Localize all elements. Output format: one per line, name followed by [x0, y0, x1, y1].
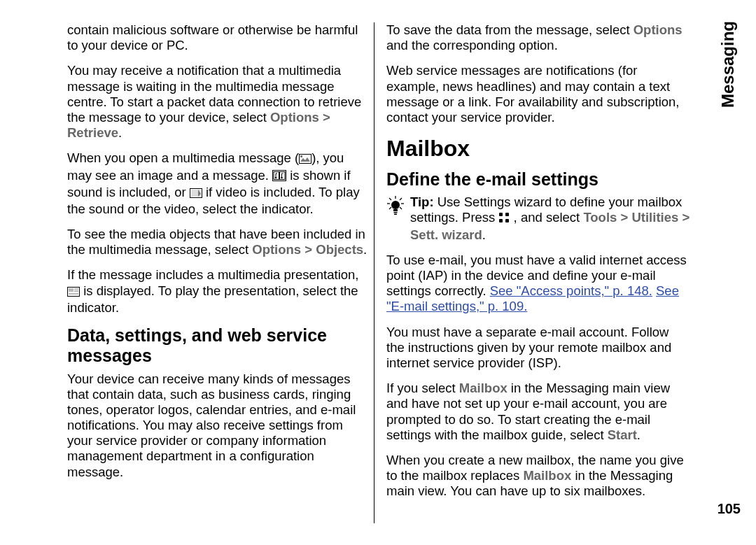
option-label: Mailbox	[459, 381, 507, 395]
video-icon	[190, 186, 202, 201]
text: To save the data from the message, selec…	[386, 22, 634, 37]
option-label: Tools	[583, 210, 617, 225]
para: If the message includes a multimedia pre…	[67, 267, 371, 316]
option-label: Options	[634, 22, 682, 37]
para: contain malicious software or otherwise …	[67, 22, 371, 53]
lightbulb-icon	[386, 196, 405, 217]
separator: >	[678, 210, 690, 225]
svg-rect-22	[393, 209, 398, 211]
svg-point-5	[275, 176, 277, 178]
para: You must have a separate e-mail account.…	[386, 325, 690, 371]
text: is displayed. To play the presentation, …	[67, 283, 358, 315]
option-label: Objects	[316, 242, 363, 257]
para: To save the data from the message, selec…	[386, 22, 690, 53]
cross-reference-link[interactable]: See "Access points," p. 148.	[490, 283, 652, 298]
option-label: Sett. wizard	[410, 227, 482, 242]
svg-rect-10	[69, 288, 74, 292]
text: If the message includes a multimedia pre…	[67, 267, 358, 282]
text: .	[637, 427, 640, 442]
left-column: contain malicious software or otherwise …	[67, 22, 371, 523]
para: Your device can receive many kinds of me…	[67, 371, 371, 480]
svg-rect-13	[69, 293, 78, 295]
svg-rect-23	[394, 212, 398, 213]
two-column-layout: contain malicious software or otherwise …	[67, 22, 692, 523]
svg-line-15	[389, 198, 391, 200]
para: When you open a multimedia message ( ), …	[67, 150, 371, 217]
option-label: Retrieve	[67, 125, 118, 140]
photo-icon	[299, 152, 312, 167]
text: .	[363, 242, 367, 257]
right-column: To save the data from the message, selec…	[386, 22, 690, 523]
option-label: Start	[608, 427, 637, 442]
para: You may receive a notification that a mu…	[67, 63, 371, 141]
audio-icon	[272, 169, 286, 185]
svg-rect-26	[505, 213, 509, 216]
para: To see the media objects that have been …	[67, 227, 371, 257]
subsection-heading: Define the e-mail settings	[386, 169, 690, 190]
manual-page: contain malicious software or otherwise …	[0, 0, 756, 545]
text: If you select	[386, 381, 459, 395]
text: , and select	[510, 210, 583, 225]
tip-label: Tip:	[410, 194, 434, 209]
option-label: Options	[270, 110, 319, 125]
para: If you select Mailbox in the Messaging m…	[386, 381, 690, 443]
option-label: Mailbox	[523, 468, 571, 483]
text: When you open a multimedia message (	[67, 150, 299, 165]
chapter-side-tab: Messaging	[718, 13, 738, 116]
svg-rect-1	[300, 155, 302, 157]
svg-rect-24	[394, 214, 397, 215]
svg-rect-27	[499, 219, 503, 222]
page-number: 105	[718, 501, 741, 517]
separator: >	[319, 110, 330, 125]
tip-icon-container	[386, 194, 405, 243]
separator: >	[301, 242, 316, 257]
menu-key-icon	[498, 211, 510, 227]
section-heading: Data, settings, and web service messages	[67, 325, 371, 366]
svg-point-21	[391, 201, 400, 209]
svg-line-19	[389, 207, 391, 209]
column-divider	[374, 22, 374, 523]
para: Web service messages are notifications (…	[386, 63, 690, 125]
tip-text: Tip: Use Settings wizard to define your …	[410, 194, 690, 243]
svg-rect-12	[74, 290, 78, 292]
para: To use e-mail, you must have a valid int…	[386, 253, 690, 315]
tip-callout: Tip: Use Settings wizard to define your …	[386, 194, 690, 243]
presentation-icon	[67, 285, 80, 300]
svg-rect-11	[74, 288, 78, 290]
separator: >	[617, 210, 631, 225]
svg-point-6	[281, 176, 283, 178]
text: and the corresponding option.	[386, 38, 558, 52]
svg-line-20	[400, 207, 402, 209]
text: .	[482, 227, 486, 242]
svg-line-16	[400, 198, 402, 200]
chapter-label: Messaging	[718, 21, 738, 108]
text: .	[118, 125, 122, 140]
option-label: Options	[252, 242, 301, 257]
para: When you create a new mailbox, the name …	[386, 453, 690, 500]
option-label: Utilities	[631, 210, 678, 225]
svg-rect-28	[505, 219, 509, 222]
section-heading: Mailbox	[386, 135, 690, 162]
svg-rect-25	[499, 213, 503, 216]
